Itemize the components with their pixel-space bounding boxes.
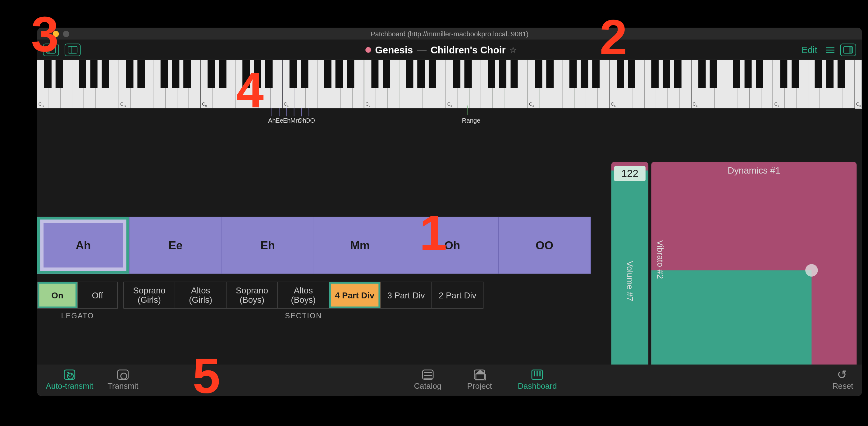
transmit-label: Transmit (107, 382, 138, 391)
sidebar-right-icon (843, 46, 853, 54)
articulation-label-ee: Ee (276, 117, 283, 125)
articulation-label-oo: OO (305, 117, 315, 125)
overlay-number-1: 1 (420, 208, 447, 258)
favorite-star-icon[interactable]: ☆ (509, 45, 517, 55)
section-option-1[interactable]: Altos (Girls) (175, 282, 226, 308)
project-icon (474, 369, 485, 380)
transmit-icon (118, 369, 129, 380)
reset-label: Reset (832, 382, 853, 391)
section-option-4[interactable]: 4 Part Div (329, 282, 380, 308)
split-view-icon (68, 46, 78, 54)
dashboard-tab[interactable]: Dashboard (518, 369, 557, 391)
top-toolbar: Genesis — Children's Choir ☆ Edit (37, 40, 862, 60)
reset-button[interactable]: ↺ Reset (832, 369, 853, 391)
section-option-2[interactable]: Soprano (Boys) (226, 282, 278, 308)
dashboard-label: Dashboard (518, 382, 557, 391)
overlay-number-2: 2 (599, 12, 627, 62)
overlay-number-3: 3 (31, 9, 59, 59)
section-option-3[interactable]: Altos (Boys) (278, 282, 329, 308)
overlay-number-5: 5 (193, 351, 220, 400)
auto-transmit-button[interactable]: Auto-transmit (46, 369, 94, 391)
record-indicator-icon (365, 47, 371, 53)
vowel-mm[interactable]: Mm (314, 217, 406, 274)
window-titlebar: Patchboard (http://mrmiller-macbookpro.l… (37, 28, 862, 40)
left-panel-toggle-2[interactable] (65, 44, 81, 56)
section-option-5[interactable]: 3 Part Div (380, 282, 432, 308)
section-option-6[interactable]: 2 Part Div (432, 282, 483, 308)
window-title: Patchboard (http://mrmiller-macbookpro.l… (371, 30, 528, 38)
keyboard-sub-labels: AhEeEhMmOhOO Range (37, 108, 862, 125)
section-option-0[interactable]: Soprano (Girls) (124, 282, 175, 308)
legato-on[interactable]: On (38, 282, 78, 308)
xy-title: Dynamics #1 (651, 165, 857, 176)
catalog-icon (422, 369, 433, 380)
menu-icon (826, 47, 834, 48)
xy-cursor[interactable] (805, 264, 818, 276)
project-tab[interactable]: Project (467, 369, 492, 391)
volume-fader[interactable]: 122 Volume #7 (611, 162, 648, 379)
overlay-number-4: 4 (236, 65, 264, 115)
bottom-bar: Auto-transmit Transmit Catalog Project D… (37, 364, 862, 396)
volume-value: 122 (614, 166, 646, 181)
right-control-panel: 122 Volume #7 Dynamics #1 Vibrato #2 64,… (611, 162, 857, 379)
legato-off[interactable]: Off (78, 282, 118, 308)
svg-rect-2 (68, 46, 77, 54)
edit-button[interactable]: Edit (802, 45, 817, 55)
legato-toggle: OnOff (37, 282, 118, 308)
section-group-label: SECTION (123, 312, 484, 320)
articulation-label-eh: Eh (283, 117, 291, 125)
xy-pad[interactable]: Dynamics #1 Vibrato #2 64, 51 (651, 162, 857, 379)
menu-button[interactable] (826, 47, 834, 53)
vowel-oo[interactable]: OO (499, 217, 591, 274)
reset-icon: ↺ (837, 369, 848, 380)
dashboard-icon (532, 369, 543, 380)
right-panel-toggle[interactable] (840, 44, 856, 56)
vowel-ee[interactable]: Ee (129, 217, 222, 274)
section-selector: Soprano (Girls)Altos (Girls)Soprano (Boy… (123, 282, 484, 308)
auto-transmit-label: Auto-transmit (46, 382, 94, 391)
catalog-label: Catalog (414, 382, 441, 391)
vowel-eh[interactable]: Eh (222, 217, 314, 274)
svg-rect-5 (849, 46, 853, 54)
project-label: Project (467, 382, 492, 391)
xy-fill (651, 270, 811, 379)
patch-name: Children's Choir (431, 44, 506, 56)
transmit-button[interactable]: Transmit (107, 369, 138, 391)
patch-title: Genesis — Children's Choir ☆ (365, 44, 517, 56)
volume-label: Volume #7 (625, 261, 635, 301)
vowel-selector-row: AhEeEhMmOhOO (37, 217, 591, 274)
articulation-label-ah: Ah (268, 117, 276, 125)
app-window: Patchboard (http://mrmiller-macbookpro.l… (37, 28, 862, 396)
library-name: Genesis (375, 44, 413, 56)
catalog-tab[interactable]: Catalog (414, 369, 441, 391)
maximize-window-button[interactable] (63, 31, 69, 37)
title-separator: — (417, 44, 427, 56)
auto-transmit-icon (64, 369, 75, 380)
xy-ylabel: Vibrato #2 (655, 240, 665, 279)
range-marker-line (467, 105, 468, 115)
range-label: Range (462, 117, 480, 125)
vowel-ah[interactable]: Ah (37, 217, 129, 274)
keyboard[interactable]: /* generated below */ C-2C-1C0C1C2C3C4C5… (37, 60, 862, 108)
legato-group-label: LEGATO (37, 312, 118, 320)
